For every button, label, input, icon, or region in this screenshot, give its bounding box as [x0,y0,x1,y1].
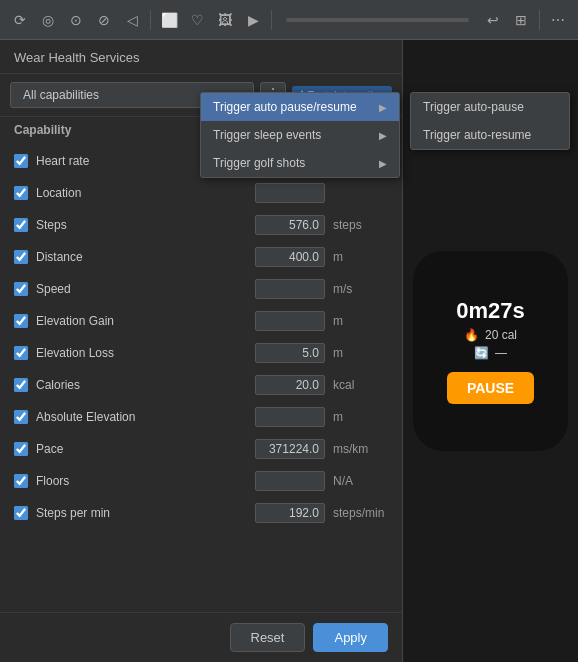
capability-checkbox-2[interactable] [14,218,28,232]
capability-checkbox-8[interactable] [14,410,28,424]
capability-input-2[interactable] [255,215,325,235]
capability-unit-10: N/A [333,474,388,488]
toolbar-icon-8[interactable]: 🖼 [213,8,237,32]
toolbar-icon-7[interactable]: ♡ [185,8,209,32]
app-title: Wear Health Services [14,50,139,65]
toolbar-icon-10[interactable]: ↩ [481,8,505,32]
menu-item-trigger-auto-pause-resume[interactable]: Trigger auto pause/resume ▶ [201,93,399,121]
capability-list: Heart ratebpmLocationStepsstepsDistancem… [0,143,402,612]
capability-checkbox-7[interactable] [14,378,28,392]
watch-time: 0m27s [456,298,525,324]
watch-calories-row: 🔥 20 cal [464,328,517,342]
toolbar-icon-3[interactable]: ⊙ [64,8,88,32]
toolbar-progress [286,18,469,22]
capability-unit-5: m [333,314,388,328]
capability-checkbox-4[interactable] [14,282,28,296]
toolbar: ⟳ ◎ ⊙ ⊘ ◁ ⬜ ♡ 🖼 ▶ ↩ ⊞ ⋯ [0,0,578,40]
reset-button[interactable]: Reset [230,623,306,652]
capability-unit-3: m [333,250,388,264]
pause-button[interactable]: PAUSE [447,372,534,404]
menu-item-label-0: Trigger auto pause/resume [213,100,357,114]
capability-checkbox-0[interactable] [14,154,28,168]
capability-checkbox-3[interactable] [14,250,28,264]
capability-checkbox-9[interactable] [14,442,28,456]
bottom-bar: Reset Apply [0,612,402,662]
capability-input-10[interactable] [255,471,325,491]
capability-name-10: Floors [36,474,247,488]
capability-input-9[interactable] [255,439,325,459]
apply-button[interactable]: Apply [313,623,388,652]
toolbar-icon-5[interactable]: ◁ [120,8,144,32]
capability-row: Stepssteps [0,209,402,241]
capability-unit-9: ms/km [333,442,388,456]
dropdown-menu: Trigger auto pause/resume ▶ Trigger slee… [200,92,400,178]
toolbar-separator-1 [150,10,151,30]
capability-row: FloorsN/A [0,465,402,497]
capability-name-3: Distance [36,250,247,264]
capability-unit-7: kcal [333,378,388,392]
toolbar-icon-more[interactable]: ⋯ [546,8,570,32]
submenu-item-auto-resume[interactable]: Trigger auto-resume [411,121,569,149]
capability-unit-2: steps [333,218,388,232]
menu-item-label-1: Trigger sleep events [213,128,321,142]
capability-input-7[interactable] [255,375,325,395]
menu-item-trigger-golf-shots[interactable]: Trigger golf shots ▶ [201,149,399,177]
capability-checkbox-6[interactable] [14,346,28,360]
capability-name-5: Elevation Gain [36,314,247,328]
capability-row: Steps per minsteps/min [0,497,402,529]
capability-unit-6: m [333,346,388,360]
left-panel: Wear Health Services All capabilities ⋮ … [0,40,403,662]
capability-row: Distancem [0,241,402,273]
main-area: Wear Health Services All capabilities ⋮ … [0,40,578,662]
watch-calories: 20 cal [485,328,517,342]
toolbar-icon-6[interactable]: ⬜ [157,8,181,32]
menu-arrow-0: ▶ [379,102,387,113]
capability-unit-8: m [333,410,388,424]
capability-header-label: Capability [14,123,71,137]
capability-name-4: Speed [36,282,247,296]
toolbar-icon-4[interactable]: ⊘ [92,8,116,32]
watch-refresh-row: 🔄 — [474,346,507,360]
menu-arrow-2: ▶ [379,158,387,169]
refresh-icon: 🔄 [474,346,489,360]
capability-input-3[interactable] [255,247,325,267]
capability-input-11[interactable] [255,503,325,523]
capability-input-6[interactable] [255,343,325,363]
toolbar-icon-1[interactable]: ⟳ [8,8,32,32]
capability-checkbox-10[interactable] [14,474,28,488]
capability-row: Elevation Gainm [0,305,402,337]
watch-display: 0m27s 🔥 20 cal 🔄 — PAUSE [413,251,568,451]
capability-unit-4: m/s [333,282,388,296]
capability-checkbox-5[interactable] [14,314,28,328]
capability-input-8[interactable] [255,407,325,427]
capability-input-4[interactable] [255,279,325,299]
capability-checkbox-1[interactable] [14,186,28,200]
capability-input-5[interactable] [255,311,325,331]
capability-input-1[interactable] [255,183,325,203]
capability-name-7: Calories [36,378,247,392]
capability-name-8: Absolute Elevation [36,410,247,424]
capability-row: Speedm/s [0,273,402,305]
toolbar-icon-2[interactable]: ◎ [36,8,60,32]
capability-row: Absolute Elevationm [0,401,402,433]
capability-row: Pacems/km [0,433,402,465]
menu-arrow-1: ▶ [379,130,387,141]
capability-unit-11: steps/min [333,506,388,520]
watch-refresh: — [495,346,507,360]
toolbar-icon-11[interactable]: ⊞ [509,8,533,32]
capability-row: Calorieskcal [0,369,402,401]
toolbar-icon-9[interactable]: ▶ [241,8,265,32]
capability-row: Elevation Lossm [0,337,402,369]
panel-title: Wear Health Services [0,40,402,74]
capability-name-2: Steps [36,218,247,232]
submenu-item-auto-pause[interactable]: Trigger auto-pause [411,93,569,121]
capability-name-11: Steps per min [36,506,247,520]
toolbar-separator-2 [271,10,272,30]
menu-item-trigger-sleep-events[interactable]: Trigger sleep events ▶ [201,121,399,149]
flame-icon: 🔥 [464,328,479,342]
submenu: Trigger auto-pause Trigger auto-resume [410,92,570,150]
toolbar-separator-3 [539,10,540,30]
capability-name-1: Location [36,186,247,200]
dropdown-menu-overlay: Trigger auto pause/resume ▶ Trigger slee… [200,92,400,178]
capability-checkbox-11[interactable] [14,506,28,520]
